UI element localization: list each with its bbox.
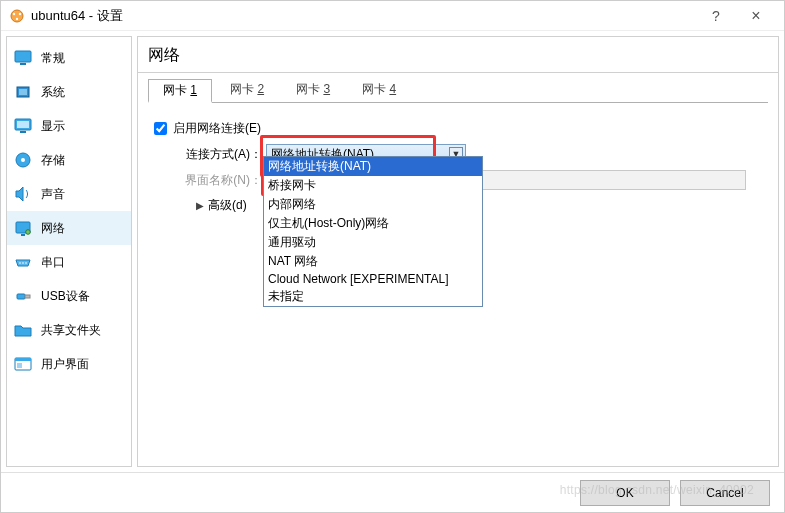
attached-label: 连接方式(A)： <box>172 146 262 163</box>
sidebar-item-label: 声音 <box>41 186 65 203</box>
display-icon <box>13 117 33 135</box>
window-body: 常规 系统 显示 存储 声音 网络 <box>1 31 784 472</box>
svg-point-2 <box>19 12 21 14</box>
svg-rect-14 <box>21 234 25 236</box>
dropdown-option[interactable]: 通用驱动 <box>264 233 482 252</box>
sidebar-item-serial[interactable]: 串口 <box>7 245 131 279</box>
tab-adapter3[interactable]: 网卡 3 <box>282 79 344 102</box>
sidebar-item-storage[interactable]: 存储 <box>7 143 131 177</box>
svg-rect-20 <box>25 295 30 298</box>
network-icon <box>13 219 33 237</box>
tab-adapter2[interactable]: 网卡 2 <box>216 79 278 102</box>
svg-point-12 <box>21 158 25 162</box>
svg-point-18 <box>25 262 27 264</box>
dropdown-option[interactable]: 内部网络 <box>264 195 482 214</box>
sidebar-item-general[interactable]: 常规 <box>7 41 131 75</box>
adapter-pane: 启用网络连接(E) 连接方式(A)： 网络地址转换(NAT) ▼ 界面名称(N)… <box>148 103 768 218</box>
svg-point-3 <box>16 17 18 19</box>
enable-adapter-label: 启用网络连接(E) <box>173 120 261 137</box>
sidebar-item-label: 存储 <box>41 152 65 169</box>
settings-window: ubuntu64 - 设置 ? × 常规 系统 显示 存储 声音 <box>0 0 785 513</box>
sidebar-item-label: 系统 <box>41 84 65 101</box>
sidebar-item-audio[interactable]: 声音 <box>7 177 131 211</box>
sidebar-item-label: 串口 <box>41 254 65 271</box>
disk-icon <box>13 151 33 169</box>
sidebar-item-label: 共享文件夹 <box>41 322 101 339</box>
svg-point-15 <box>26 230 31 235</box>
sidebar-item-label: USB设备 <box>41 288 90 305</box>
app-icon <box>9 8 25 24</box>
sidebar-item-display[interactable]: 显示 <box>7 109 131 143</box>
dropdown-option[interactable]: Cloud Network [EXPERIMENTAL] <box>264 271 482 287</box>
svg-rect-23 <box>17 363 22 368</box>
sidebar-item-label: 显示 <box>41 118 65 135</box>
sidebar-item-shared[interactable]: 共享文件夹 <box>7 313 131 347</box>
footer: https://blog.csdn.net/weixin_40902 OK Ca… <box>1 472 784 512</box>
sidebar: 常规 系统 显示 存储 声音 网络 <box>6 36 132 467</box>
adapter-tabs: 网卡 1 网卡 2 网卡 3 网卡 4 <box>148 79 768 103</box>
serial-icon <box>13 253 33 271</box>
svg-point-17 <box>22 262 24 264</box>
monitor-icon <box>13 49 33 67</box>
chip-icon <box>13 83 33 101</box>
svg-rect-9 <box>17 121 29 128</box>
sidebar-item-label: 用户界面 <box>41 356 89 373</box>
svg-rect-10 <box>20 131 26 133</box>
help-button[interactable]: ? <box>696 1 736 31</box>
attached-dropdown: 网络地址转换(NAT) 桥接网卡 内部网络 仅主机(Host-Only)网络 通… <box>263 156 483 307</box>
sidebar-item-label: 常规 <box>41 50 65 67</box>
page-title: 网络 <box>137 36 779 72</box>
dropdown-option[interactable]: 未指定 <box>264 287 482 306</box>
main-panel: 网络 网卡 1 网卡 2 网卡 3 网卡 4 启用网络连接(E) 连接方式(A)… <box>137 36 779 467</box>
svg-point-16 <box>19 262 21 264</box>
svg-rect-19 <box>17 294 25 299</box>
sidebar-item-system[interactable]: 系统 <box>7 75 131 109</box>
speaker-icon <box>13 185 33 203</box>
sidebar-item-label: 网络 <box>41 220 65 237</box>
enable-adapter-checkbox[interactable] <box>154 122 167 135</box>
tab-adapter4[interactable]: 网卡 4 <box>348 79 410 102</box>
close-button[interactable]: × <box>736 1 776 31</box>
dropdown-option[interactable]: NAT 网络 <box>264 252 482 271</box>
svg-rect-5 <box>20 63 26 65</box>
cancel-button[interactable]: Cancel <box>680 480 770 506</box>
window-title: ubuntu64 - 设置 <box>31 7 696 25</box>
ok-button[interactable]: OK <box>580 480 670 506</box>
enable-adapter-row: 启用网络连接(E) <box>154 117 762 139</box>
svg-point-0 <box>11 10 23 22</box>
dropdown-option[interactable]: 桥接网卡 <box>264 176 482 195</box>
sidebar-item-usb[interactable]: USB设备 <box>7 279 131 313</box>
sidebar-item-network[interactable]: 网络 <box>7 211 131 245</box>
svg-rect-7 <box>19 89 27 95</box>
advanced-label: 高级(d) <box>208 197 247 214</box>
content-area: 网卡 1 网卡 2 网卡 3 网卡 4 启用网络连接(E) 连接方式(A)： 网… <box>137 72 779 467</box>
titlebar: ubuntu64 - 设置 ? × <box>1 1 784 31</box>
svg-rect-22 <box>15 358 31 361</box>
tab-adapter1[interactable]: 网卡 1 <box>148 79 212 103</box>
dropdown-option[interactable]: 仅主机(Host-Only)网络 <box>264 214 482 233</box>
iface-label: 界面名称(N)： <box>172 172 262 189</box>
sidebar-item-ui[interactable]: 用户界面 <box>7 347 131 381</box>
triangle-right-icon: ▶ <box>196 200 204 211</box>
folder-icon <box>13 321 33 339</box>
usb-icon <box>13 287 33 305</box>
dropdown-option[interactable]: 网络地址转换(NAT) <box>264 157 482 176</box>
svg-rect-4 <box>15 51 31 62</box>
ui-icon <box>13 355 33 373</box>
svg-point-1 <box>13 12 15 14</box>
